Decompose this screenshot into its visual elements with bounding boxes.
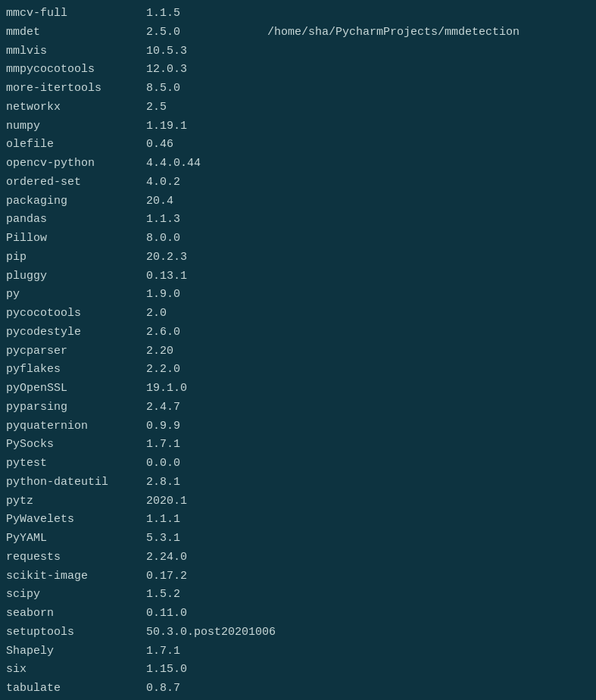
package-name: olefile <box>6 136 146 155</box>
table-row: ordered-set4.0.2 <box>6 173 590 192</box>
package-name: py <box>6 286 146 305</box>
table-row: numpy1.19.1 <box>6 117 590 136</box>
package-name: requests <box>6 548 146 567</box>
table-row: scikit-image0.17.2 <box>6 567 590 586</box>
table-row: pandas1.1.3 <box>6 211 590 230</box>
package-name: pyOpenSSL <box>6 380 146 398</box>
package-version: 0.9.9 <box>146 417 267 436</box>
package-name: Pillow <box>6 230 146 248</box>
package-name: PySocks <box>6 436 146 455</box>
table-row: seaborn0.11.0 <box>6 605 590 623</box>
package-name: pycocotools <box>6 305 146 323</box>
table-row: PySocks1.7.1 <box>6 436 590 455</box>
package-version: 2.4.7 <box>146 398 267 417</box>
package-version: 0.13.1 <box>146 267 267 286</box>
package-version: 2.8.1 <box>146 473 267 492</box>
table-row: scipy1.5.2 <box>6 586 590 605</box>
package-name: seaborn <box>6 605 146 623</box>
package-version: 1.1.5 <box>146 5 267 23</box>
package-name: pyparsing <box>6 398 146 417</box>
package-name: tabulate <box>6 680 146 698</box>
package-name: mmcv-full <box>6 5 146 23</box>
package-version: 2.2.0 <box>146 361 267 380</box>
table-row: olefile0.46 <box>6 136 590 155</box>
package-name: mmlvis <box>6 42 146 61</box>
package-version: 1.19.1 <box>146 117 267 136</box>
package-name: pycparser <box>6 342 146 361</box>
package-version: 2020.1 <box>146 492 267 511</box>
table-row: requests2.24.0 <box>6 548 590 567</box>
package-name: more-itertools <box>6 80 146 98</box>
package-version: 1.7.1 <box>146 436 267 455</box>
table-row: pyquaternion0.9.9 <box>6 417 590 436</box>
package-name: ordered-set <box>6 173 146 192</box>
package-version: 0.17.2 <box>146 567 267 586</box>
package-version: 19.1.0 <box>146 380 267 398</box>
package-version: 1.15.0 <box>146 661 267 680</box>
table-row: PyWavelets1.1.1 <box>6 511 590 530</box>
table-row: Pillow8.0.0 <box>6 230 590 248</box>
package-name: python-dateutil <box>6 473 146 492</box>
table-row: mmlvis10.5.3 <box>6 42 590 61</box>
table-row: pytest0.0.0 <box>6 455 590 473</box>
table-row: tabulate0.8.7 <box>6 680 590 698</box>
package-version: 0.11.0 <box>146 605 267 623</box>
package-version: 50.3.0.post20201006 <box>146 623 276 642</box>
package-name: PyWavelets <box>6 511 146 530</box>
package-name: pluggy <box>6 267 146 286</box>
table-row: opencv-python4.4.0.44 <box>6 155 590 173</box>
package-version: 2.6.0 <box>146 323 267 342</box>
table-row: six1.15.0 <box>6 661 590 680</box>
package-version: 2.24.0 <box>146 548 267 567</box>
package-name: six <box>6 661 146 680</box>
package-name: numpy <box>6 117 146 136</box>
package-name: pandas <box>6 211 146 230</box>
package-name: networkx <box>6 98 146 117</box>
table-row: networkx2.5 <box>6 98 590 117</box>
package-name: pyquaternion <box>6 417 146 436</box>
package-name: pycodestyle <box>6 323 146 342</box>
table-row: pycodestyle2.6.0 <box>6 323 590 342</box>
package-version: 0.8.7 <box>146 680 267 698</box>
package-version: 1.1.3 <box>146 211 267 230</box>
package-version: 20.2.3 <box>146 248 267 267</box>
table-row: pycparser2.20 <box>6 342 590 361</box>
package-name: pip <box>6 248 146 267</box>
package-name: opencv-python <box>6 155 146 173</box>
package-name: pytz <box>6 492 146 511</box>
table-row: pycocotools2.0 <box>6 305 590 323</box>
package-version: 2.5.0 <box>146 23 267 42</box>
package-version: 1.7.1 <box>146 642 267 661</box>
package-version: 20.4 <box>146 192 267 211</box>
package-table: mmcv-full1.1.5mmdet2.5.0/home/sha/Pychar… <box>6 5 590 700</box>
package-version: 5.3.1 <box>146 530 267 548</box>
table-row: mmcv-full1.1.5 <box>6 5 590 23</box>
package-name: packaging <box>6 192 146 211</box>
table-row: packaging20.4 <box>6 192 590 211</box>
package-version: 4.0.2 <box>146 173 267 192</box>
package-name: PyYAML <box>6 530 146 548</box>
table-row: mmpycocotools12.0.3 <box>6 61 590 80</box>
table-row: pyparsing2.4.7 <box>6 398 590 417</box>
table-row: pip20.2.3 <box>6 248 590 267</box>
package-version: 10.5.3 <box>146 42 267 61</box>
package-version: 12.0.3 <box>146 61 267 80</box>
table-row: pyflakes2.2.0 <box>6 361 590 380</box>
package-version: 0.46 <box>146 136 267 155</box>
package-version: 2.5 <box>146 98 267 117</box>
table-row: Shapely1.7.1 <box>6 642 590 661</box>
table-row: more-itertools8.5.0 <box>6 80 590 98</box>
table-row: mmdet2.5.0/home/sha/PycharmProjects/mmde… <box>6 23 590 42</box>
package-name: mmdet <box>6 23 146 42</box>
table-row: pyOpenSSL19.1.0 <box>6 380 590 398</box>
package-name: Shapely <box>6 642 146 661</box>
package-version: 1.9.0 <box>146 286 267 305</box>
package-version: 8.5.0 <box>146 80 267 98</box>
table-row: setuptools50.3.0.post20201006 <box>6 623 590 642</box>
table-row: python-dateutil2.8.1 <box>6 473 590 492</box>
package-name: scikit-image <box>6 567 146 586</box>
package-name: setuptools <box>6 623 146 642</box>
table-row: py1.9.0 <box>6 286 590 305</box>
package-name: pytest <box>6 455 146 473</box>
package-name: pyflakes <box>6 361 146 380</box>
